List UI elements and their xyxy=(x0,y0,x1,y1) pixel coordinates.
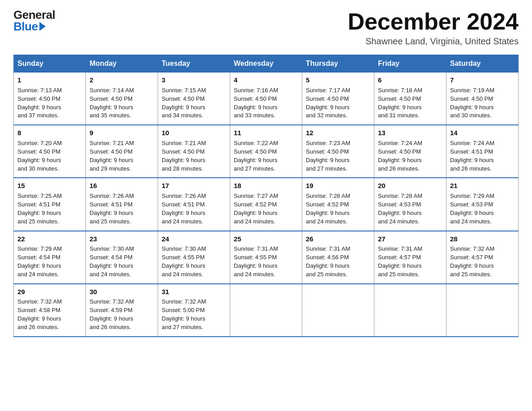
header-sunday: Sunday xyxy=(14,55,86,73)
calendar-body: 1 Sunrise: 7:13 AM Sunset: 4:50 PM Dayli… xyxy=(14,73,519,337)
day-number: 25 xyxy=(234,234,298,244)
calendar-week-row: 22 Sunrise: 7:29 AM Sunset: 4:54 PM Dayl… xyxy=(14,231,519,284)
day-info: Sunrise: 7:16 AM Sunset: 4:50 PM Dayligh… xyxy=(234,86,298,120)
calendar-day-cell: 9 Sunrise: 7:21 AM Sunset: 4:50 PM Dayli… xyxy=(86,125,158,178)
calendar-week-row: 15 Sunrise: 7:25 AM Sunset: 4:51 PM Dayl… xyxy=(14,178,519,231)
day-number: 29 xyxy=(17,287,82,297)
calendar-day-cell: 29 Sunrise: 7:32 AM Sunset: 4:58 PM Dayl… xyxy=(14,284,86,337)
day-number: 1 xyxy=(17,75,82,85)
calendar-week-row: 1 Sunrise: 7:13 AM Sunset: 4:50 PM Dayli… xyxy=(14,73,519,125)
calendar-week-row: 8 Sunrise: 7:20 AM Sunset: 4:50 PM Dayli… xyxy=(14,125,519,178)
day-number: 31 xyxy=(162,287,226,297)
title-block: December 2024 Shawnee Land, Virginia, Un… xyxy=(348,9,519,47)
calendar-day-cell: 14 Sunrise: 7:24 AM Sunset: 4:51 PM Dayl… xyxy=(446,125,519,178)
day-number: 27 xyxy=(378,234,442,244)
day-info: Sunrise: 7:25 AM Sunset: 4:51 PM Dayligh… xyxy=(17,192,82,226)
day-number: 9 xyxy=(90,128,154,138)
calendar-day-cell: 1 Sunrise: 7:13 AM Sunset: 4:50 PM Dayli… xyxy=(14,73,86,125)
day-info: Sunrise: 7:32 AM Sunset: 4:58 PM Dayligh… xyxy=(17,298,82,331)
day-number: 2 xyxy=(90,75,154,85)
day-number: 20 xyxy=(378,181,442,191)
calendar-day-cell: 23 Sunrise: 7:30 AM Sunset: 4:54 PM Dayl… xyxy=(86,231,158,284)
day-number: 12 xyxy=(306,128,370,138)
calendar-day-cell: 27 Sunrise: 7:31 AM Sunset: 4:57 PM Dayl… xyxy=(374,231,446,284)
day-info: Sunrise: 7:24 AM Sunset: 4:50 PM Dayligh… xyxy=(378,139,442,173)
day-info: Sunrise: 7:31 AM Sunset: 4:55 PM Dayligh… xyxy=(234,245,298,278)
day-number: 22 xyxy=(17,234,82,244)
day-info: Sunrise: 7:15 AM Sunset: 4:50 PM Dayligh… xyxy=(162,86,226,120)
calendar-day-cell: 16 Sunrise: 7:26 AM Sunset: 4:51 PM Dayl… xyxy=(86,178,158,231)
day-number: 17 xyxy=(162,181,226,191)
day-info: Sunrise: 7:32 AM Sunset: 5:00 PM Dayligh… xyxy=(162,298,226,331)
day-number: 13 xyxy=(378,128,442,138)
day-info: Sunrise: 7:23 AM Sunset: 4:50 PM Dayligh… xyxy=(306,139,370,173)
day-number: 4 xyxy=(234,75,298,85)
header-tuesday: Tuesday xyxy=(158,55,230,73)
day-info: Sunrise: 7:29 AM Sunset: 4:54 PM Dayligh… xyxy=(17,245,82,278)
day-number: 19 xyxy=(306,181,370,191)
day-number: 21 xyxy=(450,181,515,191)
logo-blue-text: Blue xyxy=(13,21,46,32)
header-friday: Friday xyxy=(374,55,446,73)
calendar-day-cell: 2 Sunrise: 7:14 AM Sunset: 4:50 PM Dayli… xyxy=(86,73,158,125)
calendar-day-cell xyxy=(302,284,374,337)
calendar-day-cell: 3 Sunrise: 7:15 AM Sunset: 4:50 PM Dayli… xyxy=(158,73,230,125)
calendar-table: Sunday Monday Tuesday Wednesday Thursday… xyxy=(13,55,519,337)
day-number: 30 xyxy=(90,287,154,297)
day-info: Sunrise: 7:19 AM Sunset: 4:50 PM Dayligh… xyxy=(450,86,515,120)
calendar-day-cell: 24 Sunrise: 7:30 AM Sunset: 4:55 PM Dayl… xyxy=(158,231,230,284)
calendar-day-cell: 12 Sunrise: 7:23 AM Sunset: 4:50 PM Dayl… xyxy=(302,125,374,178)
calendar-day-cell xyxy=(374,284,446,337)
calendar-day-cell: 5 Sunrise: 7:17 AM Sunset: 4:50 PM Dayli… xyxy=(302,73,374,125)
day-number: 6 xyxy=(378,75,442,85)
day-info: Sunrise: 7:18 AM Sunset: 4:50 PM Dayligh… xyxy=(378,86,442,120)
logo-triangle-icon xyxy=(39,22,46,31)
day-info: Sunrise: 7:31 AM Sunset: 4:57 PM Dayligh… xyxy=(378,245,442,278)
day-number: 3 xyxy=(162,75,226,85)
day-info: Sunrise: 7:29 AM Sunset: 4:53 PM Dayligh… xyxy=(450,192,515,226)
day-info: Sunrise: 7:32 AM Sunset: 4:57 PM Dayligh… xyxy=(450,245,515,278)
calendar-day-cell: 6 Sunrise: 7:18 AM Sunset: 4:50 PM Dayli… xyxy=(374,73,446,125)
logo: General Blue xyxy=(13,9,55,32)
day-info: Sunrise: 7:14 AM Sunset: 4:50 PM Dayligh… xyxy=(90,86,154,120)
day-info: Sunrise: 7:31 AM Sunset: 4:56 PM Dayligh… xyxy=(306,245,370,278)
day-number: 28 xyxy=(450,234,515,244)
calendar-day-cell: 11 Sunrise: 7:22 AM Sunset: 4:50 PM Dayl… xyxy=(230,125,302,178)
day-number: 8 xyxy=(17,128,82,138)
calendar-day-cell: 31 Sunrise: 7:32 AM Sunset: 5:00 PM Dayl… xyxy=(158,284,230,337)
day-info: Sunrise: 7:27 AM Sunset: 4:52 PM Dayligh… xyxy=(234,192,298,226)
calendar-day-cell: 10 Sunrise: 7:21 AM Sunset: 4:50 PM Dayl… xyxy=(158,125,230,178)
page-header: General Blue December 2024 Shawnee Land,… xyxy=(13,9,519,47)
calendar-day-cell: 15 Sunrise: 7:25 AM Sunset: 4:51 PM Dayl… xyxy=(14,178,86,231)
day-info: Sunrise: 7:17 AM Sunset: 4:50 PM Dayligh… xyxy=(306,86,370,120)
logo-general-text: General xyxy=(13,9,55,21)
calendar-day-cell: 18 Sunrise: 7:27 AM Sunset: 4:52 PM Dayl… xyxy=(230,178,302,231)
header-wednesday: Wednesday xyxy=(230,55,302,73)
day-info: Sunrise: 7:22 AM Sunset: 4:50 PM Dayligh… xyxy=(234,139,298,173)
location-text: Shawnee Land, Virginia, United States xyxy=(348,36,519,47)
header-saturday: Saturday xyxy=(446,55,519,73)
day-number: 11 xyxy=(234,128,298,138)
calendar-day-cell: 4 Sunrise: 7:16 AM Sunset: 4:50 PM Dayli… xyxy=(230,73,302,125)
calendar-day-cell: 30 Sunrise: 7:32 AM Sunset: 4:59 PM Dayl… xyxy=(86,284,158,337)
day-number: 15 xyxy=(17,181,82,191)
day-info: Sunrise: 7:24 AM Sunset: 4:51 PM Dayligh… xyxy=(450,139,515,173)
calendar-day-cell: 28 Sunrise: 7:32 AM Sunset: 4:57 PM Dayl… xyxy=(446,231,519,284)
calendar-day-cell: 7 Sunrise: 7:19 AM Sunset: 4:50 PM Dayli… xyxy=(446,73,519,125)
calendar-week-row: 29 Sunrise: 7:32 AM Sunset: 4:58 PM Dayl… xyxy=(14,284,519,337)
day-info: Sunrise: 7:26 AM Sunset: 4:51 PM Dayligh… xyxy=(162,192,226,226)
day-info: Sunrise: 7:13 AM Sunset: 4:50 PM Dayligh… xyxy=(17,86,82,120)
day-number: 18 xyxy=(234,181,298,191)
header-thursday: Thursday xyxy=(302,55,374,73)
day-info: Sunrise: 7:30 AM Sunset: 4:55 PM Dayligh… xyxy=(162,245,226,278)
day-info: Sunrise: 7:30 AM Sunset: 4:54 PM Dayligh… xyxy=(90,245,154,278)
header-monday: Monday xyxy=(86,55,158,73)
calendar-day-cell: 22 Sunrise: 7:29 AM Sunset: 4:54 PM Dayl… xyxy=(14,231,86,284)
calendar-day-cell: 13 Sunrise: 7:24 AM Sunset: 4:50 PM Dayl… xyxy=(374,125,446,178)
day-info: Sunrise: 7:26 AM Sunset: 4:51 PM Dayligh… xyxy=(90,192,154,226)
calendar-day-cell: 17 Sunrise: 7:26 AM Sunset: 4:51 PM Dayl… xyxy=(158,178,230,231)
day-number: 10 xyxy=(162,128,226,138)
day-number: 24 xyxy=(162,234,226,244)
month-title: December 2024 xyxy=(348,9,519,34)
day-number: 23 xyxy=(90,234,154,244)
